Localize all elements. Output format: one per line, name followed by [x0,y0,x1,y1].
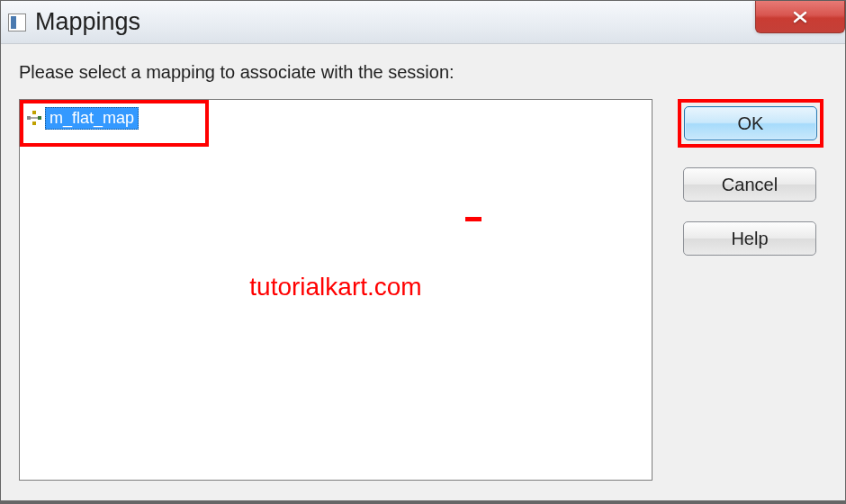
button-column: OK Cancel Help [683,99,827,256]
content-row: m_flat_map tutorialkart.com OK Cancel He… [19,99,827,481]
help-button[interactable]: Help [683,221,816,256]
cancel-button[interactable]: Cancel [683,167,816,202]
help-button-label: Help [731,229,768,249]
list-item[interactable]: m_flat_map [27,107,650,129]
mapping-listbox[interactable]: m_flat_map tutorialkart.com [19,99,652,481]
titlebar: Mappings [1,1,845,44]
list-item-label: m_flat_map [45,107,139,130]
mapping-icon [27,111,41,125]
instruction-text: Please select a mapping to associate wit… [19,62,827,83]
cancel-button-label: Cancel [722,175,778,195]
app-icon [8,14,26,32]
close-icon [792,11,808,23]
annotation-dash [465,217,482,221]
annotation-highlight-ok: OK [678,99,824,148]
watermark-text: tutorialkart.com [249,273,421,302]
ok-button-label: OK [738,113,764,134]
ok-button[interactable]: OK [684,106,817,140]
window-bottom-border [1,500,845,504]
client-area: Please select a mapping to associate wit… [1,44,845,503]
window-title: Mappings [35,8,140,36]
close-button[interactable] [755,1,845,33]
mappings-dialog-window: Mappings Please select a mapping to asso… [0,0,846,504]
